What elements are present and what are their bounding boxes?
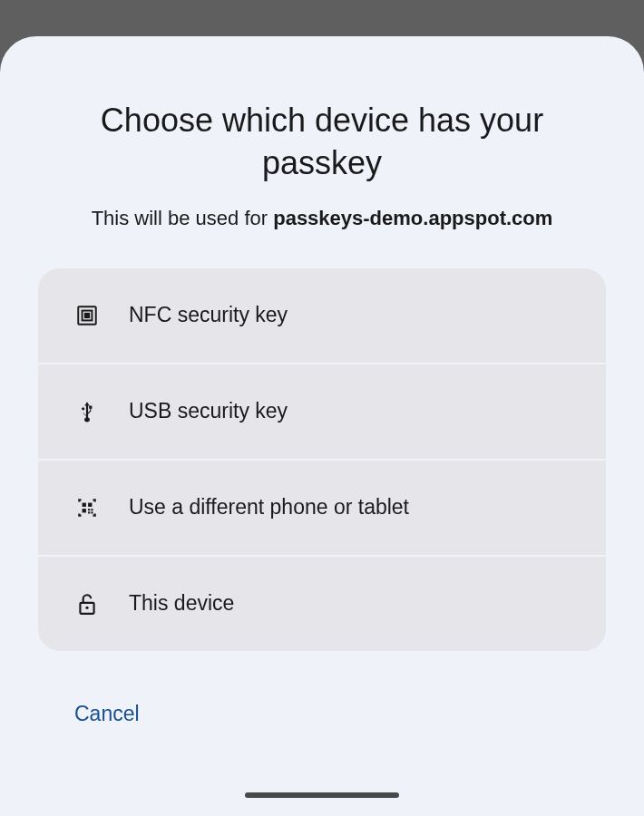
option-this-device[interactable]: This device [38,557,606,651]
option-label: This device [129,591,234,616]
svg-rect-2 [85,313,89,316]
option-label: USB security key [129,399,288,423]
sheet-subtitle: This will be used for passkeys-demo.apps… [38,207,606,230]
cancel-button[interactable]: Cancel [74,702,140,726]
subtitle-domain: passkeys-demo.appspot.com [273,207,552,229]
device-options-list: NFC security key USB security key [38,268,606,651]
svg-rect-7 [91,509,93,510]
lock-open-icon [74,591,100,617]
svg-rect-8 [88,511,90,513]
svg-rect-6 [88,509,90,510]
option-usb-security-key[interactable]: USB security key [38,364,606,461]
qr-code-icon [74,495,100,520]
device-picker-sheet: Choose which device has your passkey Thi… [0,36,644,816]
option-label: NFC security key [129,303,288,327]
cancel-row: Cancel [38,651,606,726]
svg-rect-5 [83,509,86,512]
option-nfc-security-key[interactable]: NFC security key [38,268,606,364]
svg-rect-9 [91,511,93,513]
nfc-icon [74,303,100,328]
sheet-title: Choose which device has your passkey [38,100,606,185]
option-different-device[interactable]: Use a different phone or tablet [38,461,606,557]
svg-rect-3 [83,502,86,506]
option-label: Use a different phone or tablet [129,495,409,520]
usb-icon [74,399,100,424]
svg-point-11 [85,606,88,608]
subtitle-prefix: This will be used for [92,207,274,229]
navigation-handle[interactable] [245,792,399,798]
svg-rect-4 [88,502,92,506]
